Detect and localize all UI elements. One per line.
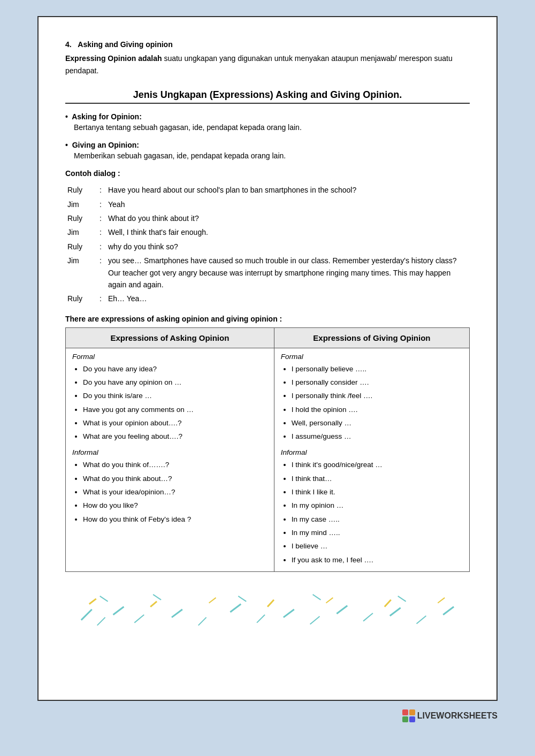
giving-header: Expressions of Giving Opinion [274, 327, 469, 348]
svg-line-7 [257, 615, 265, 623]
giving-column: Formal I personally believe …..I persona… [274, 348, 469, 571]
giving-title: • Giving an Opinion: [65, 141, 470, 149]
dialog-colon: : [97, 240, 106, 254]
intro-paragraph: Expressing Opinion adalah suatu ungkapan… [65, 52, 470, 77]
asking-section: • Asking for Opinion: Bertanya tentang s… [65, 112, 470, 133]
giving-informal-item: In my opinion … [292, 499, 463, 512]
dialog-colon: : [97, 183, 106, 197]
giving-section: • Giving an Opinion: Memberikan sebuah g… [65, 141, 470, 162]
svg-line-25 [313, 594, 321, 600]
giving-formal-item: I hold the opinion …. [292, 403, 463, 416]
dialog-row: Ruly : What do you think about it? [65, 211, 470, 225]
dialog-text: Eh… Yea… [106, 292, 470, 306]
svg-line-26 [398, 596, 406, 601]
asking-formal-item: Do you have any idea? [83, 363, 268, 376]
dialog-speaker: Ruly [65, 183, 97, 197]
section-number: 4. [65, 40, 72, 49]
giving-informal-item: In my mind ….. [292, 526, 463, 539]
dialog-text: What do you think about it? [106, 211, 470, 225]
dialog-speaker: Ruly [65, 240, 97, 254]
svg-line-17 [209, 598, 216, 603]
dialog-colon: : [97, 254, 106, 292]
svg-line-23 [153, 594, 161, 600]
svg-line-9 [310, 616, 320, 624]
logo-text: LIVEWORKSHEETS [417, 711, 498, 721]
svg-line-20 [385, 600, 391, 607]
asking-informal-item: How do you like? [83, 499, 268, 512]
svg-line-4 [172, 609, 182, 617]
dialog-text: you see… Smartphones have caused so much… [106, 254, 470, 292]
svg-line-0 [81, 609, 92, 620]
asking-informal-item: What do you think about…? [83, 472, 268, 485]
giving-formal-item: I personally consider …. [292, 376, 463, 389]
asking-formal-label: Formal [72, 353, 268, 361]
bottom-confetti-area [65, 588, 470, 631]
dialog-speaker: Ruly [65, 292, 97, 306]
asking-informal-item: How do you think of Feby's idea ? [83, 513, 268, 526]
giving-desc: Memberikan sebuah gagasan, ide, pendapat… [74, 150, 470, 162]
asking-informal-label: Informal [72, 448, 268, 456]
dialog-row: Ruly : Eh… Yea… [65, 292, 470, 306]
asking-column: Formal Do you have any idea?Do you have … [66, 348, 274, 571]
dialog-colon: : [97, 225, 106, 239]
asking-formal-list: Do you have any idea?Do you have any opi… [72, 363, 268, 444]
intro-bold: Expressing Opinion adalah [65, 54, 162, 63]
giving-informal-item: I think I like it. [292, 486, 463, 499]
expressions-title: There are expressions of asking opinion … [65, 315, 470, 323]
dialog-speaker: Ruly [65, 211, 97, 225]
svg-line-10 [337, 606, 347, 614]
dialog-colon: : [97, 292, 106, 306]
liveworksheets-logo: LIVEWORKSHEETS [37, 709, 498, 722]
svg-line-1 [97, 617, 105, 625]
svg-line-2 [113, 607, 124, 615]
expressions-table: Expressions of Asking Opinion Expression… [65, 327, 470, 572]
logo-box: LIVEWORKSHEETS [402, 709, 498, 722]
asking-formal-item: Do you think is/are … [83, 390, 268, 402]
svg-line-15 [89, 599, 96, 604]
logo-icon [402, 709, 415, 722]
giving-formal-list: I personally believe …..I personally con… [281, 363, 463, 444]
svg-line-16 [150, 601, 157, 607]
asking-formal-item: What are you feeling about….? [83, 430, 268, 443]
giving-formal-label: Formal [281, 353, 463, 361]
dialog-text: why do you think so? [106, 240, 470, 254]
section-header: 4. Asking and Giving opinion [65, 39, 470, 50]
jenis-title: Jenis Ungkapan (Expressions) Asking and … [65, 89, 470, 104]
asking-title: • Asking for Opinion: [65, 112, 470, 121]
confetti-svg [65, 588, 470, 631]
svg-line-13 [417, 616, 426, 624]
dialog-row: Jim : you see… Smartphones have caused s… [65, 254, 470, 292]
section-title: Asking and Giving opinion [78, 40, 172, 49]
dialog-table: Ruly : Have you heard about our school's… [65, 183, 470, 306]
svg-line-21 [438, 598, 445, 603]
giving-formal-item: I personally believe ….. [292, 363, 463, 376]
asking-informal-item: What do you think of…….? [83, 459, 268, 471]
giving-informal-list: I think it's good/nice/great …I think th… [281, 459, 463, 566]
svg-line-18 [268, 600, 274, 607]
dialog-text: Well, I think that's fair enough. [106, 225, 470, 239]
dialog-row: Ruly : Have you heard about our school's… [65, 183, 470, 197]
asking-informal-list: What do you think of…….?What do you thin… [72, 459, 268, 525]
giving-informal-label: Informal [281, 448, 463, 456]
asking-informal-item: What is your idea/opinion…? [83, 486, 268, 499]
svg-line-5 [198, 617, 207, 625]
giving-informal-item: In my case ….. [292, 513, 463, 526]
page-container: 4. Asking and Giving opinion Expressing … [37, 16, 498, 701]
dialog-row: Jim : Well, I think that's fair enough. [65, 225, 470, 239]
svg-line-19 [326, 598, 333, 603]
dialog-speaker: Jim [65, 197, 97, 211]
asking-desc: Bertanya tentang sebuah gagasan, ide, pe… [74, 122, 470, 133]
giving-informal-item: I think that… [292, 472, 463, 485]
svg-line-3 [134, 615, 144, 623]
contoh-title: Contoh dialog : [65, 169, 470, 178]
dialog-row: Ruly : why do you think so? [65, 240, 470, 254]
dialog-text: Yeah [106, 197, 470, 211]
giving-formal-item: I assume/guess … [292, 430, 463, 443]
svg-line-14 [443, 607, 454, 615]
svg-line-24 [238, 596, 246, 601]
giving-informal-item: If you ask to me, I feel …. [292, 554, 463, 567]
dialog-colon: : [97, 211, 106, 225]
svg-line-12 [390, 608, 401, 616]
asking-formal-item: Have you got any comments on … [83, 403, 268, 416]
svg-line-6 [230, 604, 241, 612]
